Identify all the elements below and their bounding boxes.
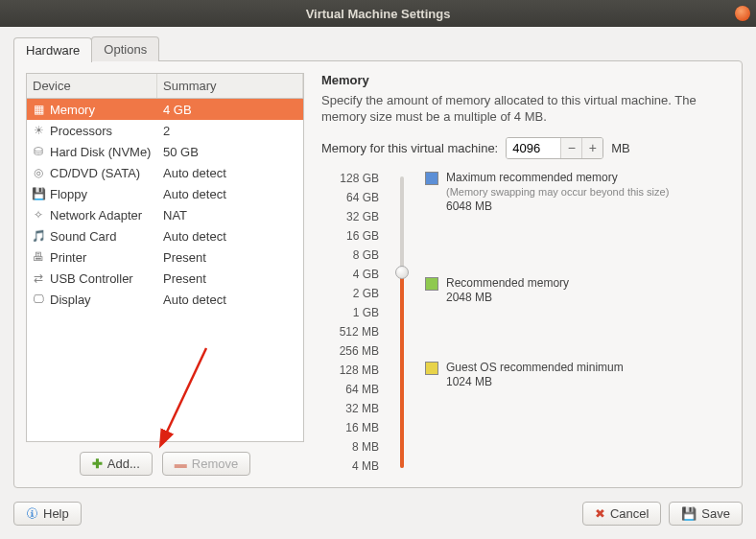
device-summary: Auto detect (157, 166, 303, 180)
slider-tick: 4 GB (321, 265, 379, 284)
device-name: Floppy (50, 187, 87, 201)
slider-tick: 32 MB (321, 399, 379, 418)
slider-tick-labels: 128 GB64 GB32 GB16 GB8 GB4 GB2 GB1 GB512… (321, 169, 379, 476)
help-icon: 🛈 (26, 506, 38, 521)
marker-rec-label: Recommended memory (446, 276, 569, 292)
save-button-label: Save (701, 506, 730, 521)
marker-max-label: Maximum recommended memory (446, 171, 669, 186)
table-row[interactable]: ▦Memory4 GB (27, 99, 303, 120)
memory-slider[interactable] (390, 169, 413, 476)
add-button-label: Add... (107, 457, 140, 471)
device-name: USB Controller (50, 271, 133, 286)
memory-description: Specify the amount of memory allocated t… (321, 93, 730, 126)
marker-max: Maximum recommended memory (Memory swapp… (425, 171, 669, 214)
marker-rec: Recommended memory 2048 MB (425, 276, 569, 306)
slider-thumb[interactable] (395, 266, 409, 279)
spin-up-button[interactable]: + (581, 138, 602, 158)
device-name: CD/DVD (SATA) (50, 166, 140, 180)
slider-tick: 256 MB (321, 341, 379, 361)
device-name: Processors (50, 124, 112, 138)
minus-icon: ▬ (175, 457, 187, 471)
device-table: Device Summary ▦Memory4 GB☀Processors2⛁H… (26, 73, 304, 442)
memory-spinner[interactable]: − + (506, 137, 603, 159)
spin-down-button[interactable]: − (560, 138, 581, 158)
slider-tick: 128 GB (321, 169, 379, 188)
close-icon[interactable] (735, 6, 750, 21)
table-row[interactable]: 🖵DisplayAuto detect (27, 289, 303, 310)
hdd-icon: ⛁ (31, 144, 46, 159)
device-summary: Auto detect (157, 293, 303, 307)
device-summary: 4 GB (157, 103, 303, 117)
memory-input-label: Memory for this virtual machine: (321, 141, 498, 155)
slider-tick: 8 MB (321, 437, 379, 457)
printer-icon: 🖶 (31, 249, 46, 265)
col-header-device[interactable]: Device (27, 74, 157, 98)
table-row[interactable]: ⇄USB ControllerPresent (27, 268, 303, 289)
titlebar: Virtual Machine Settings (0, 0, 756, 27)
memory-unit: MB (611, 141, 630, 155)
plus-icon: ✚ (92, 457, 103, 471)
cancel-icon: ✖ (595, 506, 605, 521)
remove-button: ▬ Remove (162, 452, 250, 476)
save-icon: 💾 (681, 506, 697, 521)
slider-tick: 64 GB (321, 188, 379, 207)
table-row[interactable]: ◎CD/DVD (SATA)Auto detect (27, 162, 303, 183)
memory-heading: Memory (321, 73, 730, 87)
table-row[interactable]: 🖶PrinterPresent (27, 246, 303, 268)
device-name: Sound Card (50, 229, 116, 244)
device-name: Printer (50, 250, 86, 265)
slider-tick: 512 MB (321, 322, 379, 341)
device-summary: Auto detect (157, 187, 303, 201)
sound-icon: 🎵 (31, 228, 46, 244)
tab-bar: Hardware Options (13, 36, 743, 61)
remove-button-label: Remove (192, 457, 238, 471)
table-row[interactable]: ⛁Hard Disk (NVMe)50 GB (27, 141, 303, 162)
device-summary: 50 GB (157, 145, 303, 159)
tab-options[interactable]: Options (91, 36, 159, 61)
memory-icon: ▦ (31, 102, 46, 117)
device-summary: NAT (157, 208, 303, 223)
slider-tick: 4 MB (321, 457, 379, 476)
device-summary: 2 (157, 124, 303, 138)
col-header-summary[interactable]: Summary (157, 74, 303, 98)
device-name: Network Adapter (50, 208, 142, 223)
table-row[interactable]: ✧Network AdapterNAT (27, 204, 303, 225)
marker-max-value: 6048 MB (446, 199, 669, 215)
window-title: Virtual Machine Settings (306, 7, 451, 21)
marker-column: Maximum recommended memory (Memory swapp… (425, 169, 730, 476)
marker-rec-value: 2048 MB (446, 291, 569, 306)
save-button[interactable]: 💾 Save (669, 502, 743, 526)
net-icon: ✧ (31, 207, 46, 223)
bottom-bar: 🛈 Help ✖ Cancel 💾 Save (0, 502, 756, 539)
device-summary: Present (157, 271, 303, 286)
slider-tick: 16 MB (321, 418, 379, 437)
hardware-panel: Device Summary ▦Memory4 GB☀Processors2⛁H… (13, 60, 743, 488)
slider-tick: 1 GB (321, 303, 379, 322)
slider-tick: 64 MB (321, 380, 379, 399)
device-summary: Auto detect (157, 229, 303, 244)
add-button[interactable]: ✚ Add... (80, 452, 153, 476)
usb-icon: ⇄ (31, 270, 46, 286)
floppy-icon: 💾 (31, 186, 46, 201)
marker-min-label: Guest OS recommended minimum (446, 361, 624, 376)
cpu-icon: ☀ (31, 123, 46, 138)
marker-min-value: 1024 MB (446, 375, 624, 390)
cd-icon: ◎ (31, 165, 46, 180)
slider-tick: 2 GB (321, 284, 379, 303)
device-summary: Present (157, 250, 303, 265)
marker-min-icon (425, 362, 438, 375)
memory-input[interactable] (507, 138, 560, 158)
slider-tick: 16 GB (321, 226, 379, 246)
help-button-label: Help (43, 506, 69, 521)
device-name: Display (50, 293, 91, 307)
cancel-button[interactable]: ✖ Cancel (582, 502, 661, 526)
slider-tick: 32 GB (321, 207, 379, 226)
tab-hardware[interactable]: Hardware (13, 37, 92, 62)
device-name: Hard Disk (NVMe) (50, 145, 151, 159)
cancel-button-label: Cancel (610, 506, 649, 521)
table-row[interactable]: ☀Processors2 (27, 120, 303, 141)
table-row[interactable]: 💾FloppyAuto detect (27, 183, 303, 204)
device-name: Memory (50, 103, 95, 117)
help-button[interactable]: 🛈 Help (13, 502, 82, 526)
table-row[interactable]: 🎵Sound CardAuto detect (27, 225, 303, 246)
